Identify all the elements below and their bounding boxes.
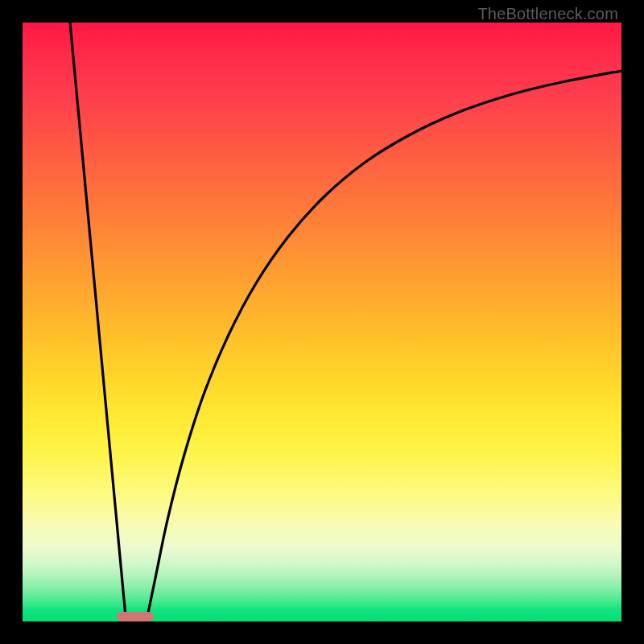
left-curve: [70, 23, 126, 617]
bottleneck-marker: [117, 612, 154, 621]
chart-frame: TheBottleneck.com: [0, 0, 644, 644]
curves-svg: [23, 23, 621, 621]
right-curve: [147, 71, 621, 617]
watermark-text: TheBottleneck.com: [477, 5, 618, 23]
plot-area: [23, 23, 621, 621]
